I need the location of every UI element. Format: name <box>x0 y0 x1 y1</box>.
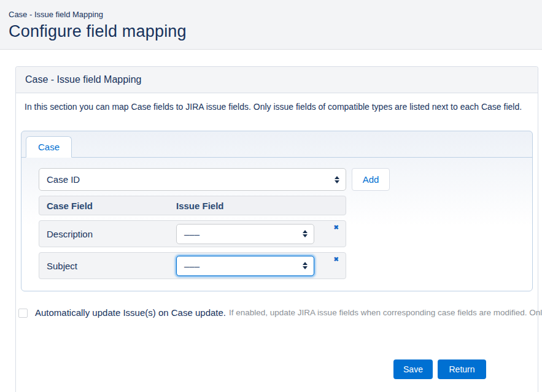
add-button[interactable]: Add <box>352 168 390 191</box>
tab-panel: Case Case ID Add Case Field Issue Fi <box>21 131 533 291</box>
auto-update-help-text: If enabled, update JIRA issue fields whe… <box>229 307 542 317</box>
select-stepper-icon <box>303 230 308 237</box>
issue-field-select-value: ––– <box>184 261 199 271</box>
table-row: Subject ––– ✖ <box>39 252 346 279</box>
field-mapping-card: Case - Issue field Mapping In this secti… <box>15 66 538 392</box>
case-field-label: Subject <box>47 261 176 271</box>
issue-field-select[interactable]: ––– <box>176 256 314 276</box>
breadcrumb: Case - Issue field Mapping <box>9 10 533 19</box>
tab-case[interactable]: Case <box>26 136 72 158</box>
section-description: In this section you can map Case fields … <box>25 102 533 112</box>
tab-panel-content: Case ID Add Case Field Issue Field Descr… <box>21 158 532 279</box>
auto-update-row: Automatically update Issue(s) on Case up… <box>18 307 533 318</box>
add-field-row: Case ID Add <box>39 168 532 191</box>
mapping-table: Case Field Issue Field Description ––– ✖ <box>39 196 346 279</box>
select-stepper-icon <box>335 176 339 183</box>
card-header-title: Case - Issue field Mapping <box>16 67 538 93</box>
action-buttons: Save Return <box>393 359 533 379</box>
save-button[interactable]: Save <box>393 359 433 379</box>
auto-update-checkbox[interactable] <box>18 309 28 318</box>
case-field-select-value: Case ID <box>47 174 80 185</box>
remove-row-icon[interactable]: ✖ <box>334 225 339 231</box>
select-stepper-icon <box>303 262 308 269</box>
table-row: Description ––– ✖ <box>39 220 346 247</box>
page-header: Case - Issue field Mapping Configure fie… <box>0 0 542 50</box>
case-field-select[interactable]: Case ID <box>39 168 346 191</box>
issue-field-select[interactable]: ––– <box>176 224 314 244</box>
case-field-label: Description <box>47 229 176 239</box>
issue-field-select-value: ––– <box>184 229 199 239</box>
return-button[interactable]: Return <box>438 359 486 379</box>
column-header-issue-field: Issue Field <box>176 201 224 211</box>
card-body: In this section you can map Case fields … <box>16 93 538 379</box>
remove-row-icon[interactable]: ✖ <box>334 256 339 263</box>
column-header-case-field: Case Field <box>47 201 176 211</box>
auto-update-label: Automatically update Issue(s) on Case up… <box>35 307 226 318</box>
table-header-row: Case Field Issue Field <box>39 196 346 215</box>
page-title: Configure field mapping <box>9 22 533 41</box>
tab-strip: Case <box>21 131 532 158</box>
